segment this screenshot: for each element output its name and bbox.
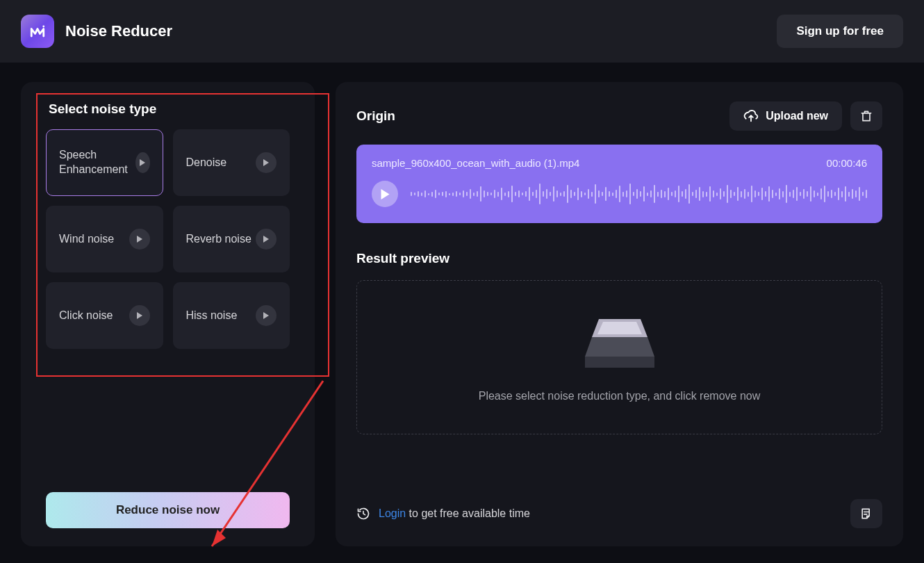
svg-marker-6 [597,322,642,334]
noise-card-wind-noise[interactable]: Wind noise [46,206,163,272]
origin-actions: Upload new [729,101,882,131]
play-icon [263,159,270,166]
play-sample-button[interactable] [256,152,277,173]
svg-marker-3 [585,337,654,357]
noise-section-title: Select noise type [49,101,299,117]
origin-title: Origin [356,108,395,124]
noise-label: Click noise [59,309,113,323]
result-preview-box: Please select noise reduction type, and … [356,280,882,434]
play-sample-button[interactable] [129,305,150,326]
svg-point-0 [42,26,44,28]
noise-card-denoise[interactable]: Denoise [173,129,290,196]
delete-button[interactable] [850,101,882,131]
feedback-button[interactable] [850,499,882,528]
header-left: Noise Reducer [21,15,172,48]
noise-card-reverb-noise[interactable]: Reverb noise [173,206,290,272]
signup-button[interactable]: Sign up for free [777,15,903,48]
app-header: Noise Reducer Sign up for free [0,0,924,63]
login-link[interactable]: Login [379,507,406,519]
file-name: sample_960x400_ocean_with_audio (1).mp4 [372,157,579,169]
upload-icon [743,108,759,124]
play-sample-button[interactable] [129,229,150,250]
trash-icon [859,109,873,123]
origin-header-row: Origin Upload new [356,101,882,131]
play-icon [136,236,143,243]
audio-meta: sample_960x400_ocean_with_audio (1).mp4 … [372,157,867,169]
result-placeholder-text: Please select noise reduction type, and … [479,390,761,402]
noise-card-click-noise[interactable]: Click noise [46,282,163,349]
noise-label: Reverb noise [186,232,251,247]
noise-card-hiss-noise[interactable]: Hiss noise [173,282,290,349]
app-logo [21,15,54,48]
play-icon [136,312,143,319]
empty-tray-icon [582,312,657,370]
noise-label: Speech Enhancement [59,148,135,177]
login-prompt: Login to get free available time [356,507,530,521]
play-sample-button[interactable] [256,305,277,326]
left-panel: Select noise type Speech Enhancement Den… [21,82,315,546]
reduce-noise-button[interactable]: Reduce noise now [46,492,290,528]
result-title: Result preview [356,251,882,266]
play-icon [380,189,390,199]
play-icon [139,159,146,166]
upload-new-button[interactable]: Upload new [729,101,842,131]
play-sample-button[interactable] [135,152,150,173]
footer-row: Login to get free available time [356,499,882,528]
audio-row [372,180,867,208]
waveform[interactable] [411,180,867,208]
noise-card-speech-enhancement[interactable]: Speech Enhancement [46,129,163,196]
note-edit-icon [859,507,873,521]
audio-duration: 00:00:46 [827,157,867,169]
svg-marker-2 [212,530,226,546]
app-title: Noise Reducer [65,22,172,40]
clock-refresh-icon [356,507,370,521]
annotation-arrow [177,367,344,562]
play-origin-button[interactable] [372,181,398,207]
play-icon [263,312,270,319]
upload-new-label: Upload new [766,110,828,122]
logo-m-icon [28,22,47,41]
svg-marker-4 [585,357,654,368]
noise-label: Hiss noise [186,309,238,323]
origin-audio-block: sample_960x400_ocean_with_audio (1).mp4 … [356,145,882,223]
play-icon [263,236,270,243]
login-suffix: to get free available time [406,507,530,519]
noise-type-grid: Speech Enhancement Denoise Wind noise Re… [36,129,299,349]
play-sample-button[interactable] [256,229,277,250]
main-content: Select noise type Speech Enhancement Den… [0,63,924,563]
right-panel: Origin Upload new sample_960x40 [336,82,903,546]
noise-label: Wind noise [59,232,114,247]
noise-label: Denoise [186,156,227,170]
